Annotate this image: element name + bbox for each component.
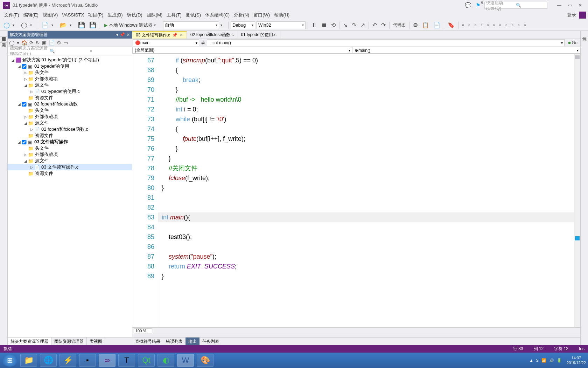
output-tab[interactable]: 错误列表 xyxy=(163,338,186,345)
preview-icon[interactable]: ▭ xyxy=(63,40,68,46)
output-tab[interactable]: 输出 xyxy=(186,338,200,345)
tool-btn-9[interactable]: ▫ xyxy=(491,21,496,29)
taskbar-chrome[interactable]: 🌐 xyxy=(40,354,57,367)
menu-item[interactable]: 团队(M) xyxy=(145,12,165,18)
panel-pin-icon[interactable]: 📌 xyxy=(120,32,125,37)
step-into-button[interactable]: ↘ xyxy=(342,21,349,29)
start-debug-button[interactable]: ▶ 本地 Windows 调试器 ▾ xyxy=(102,22,162,28)
pause-button[interactable]: ⏸ xyxy=(310,21,318,29)
tree-node[interactable]: 📁头文件 xyxy=(8,145,132,151)
config-combo[interactable]: Debug▾ xyxy=(231,21,255,29)
menu-item[interactable]: 生成(B) xyxy=(105,12,125,18)
tree-node[interactable]: ◢▣02 fopen和fclose函数 xyxy=(8,101,132,107)
side-tab-server-explorer[interactable]: 服务器资源管理器 xyxy=(0,31,7,37)
code-line[interactable]: } xyxy=(162,271,574,281)
menu-item[interactable]: 调试(D) xyxy=(125,12,145,18)
redo-button[interactable]: ↷ xyxy=(380,21,387,29)
output-tab[interactable]: 查找符号结果 xyxy=(132,338,163,345)
tool-btn-12[interactable]: ▫ xyxy=(510,21,515,29)
output-tab[interactable]: 任务列表 xyxy=(200,338,222,345)
clock[interactable]: 14:37 2019/12/22 xyxy=(567,355,586,365)
tab-class-view[interactable]: 类视图 xyxy=(87,338,105,345)
code-line[interactable]: { xyxy=(162,65,574,75)
go-button[interactable]: ●Go xyxy=(565,39,580,47)
tree-node[interactable]: ▷📄01 typedef的使用.c xyxy=(8,88,132,95)
tree-node[interactable]: ◢▣03 文件读写操作 xyxy=(8,139,132,145)
minimize-button[interactable]: — xyxy=(554,2,564,9)
code-line[interactable]: system("pause"); xyxy=(162,252,574,261)
tree-node[interactable]: 📁头文件 xyxy=(8,107,132,114)
tray-icon[interactable]: ▲ xyxy=(530,358,533,362)
pin-icon[interactable]: 📌 xyxy=(172,33,177,38)
side-tab-toolbox[interactable]: 工具箱 xyxy=(0,37,7,43)
tree-node[interactable]: ▷📁外部依赖项 xyxy=(8,76,132,82)
stop-button[interactable]: ⏹ xyxy=(320,21,328,29)
taskbar-sublime[interactable]: ▪ xyxy=(79,354,96,367)
tree-node[interactable]: 📁资源文件 xyxy=(8,132,132,139)
code-line[interactable] xyxy=(162,203,574,212)
code-line[interactable]: fclose(f_write); xyxy=(162,173,574,183)
menu-item[interactable]: 项目(P) xyxy=(86,12,105,18)
vertical-scrollbar[interactable] xyxy=(574,54,580,327)
code-line[interactable]: } xyxy=(162,183,574,193)
code-line[interactable] xyxy=(162,222,574,232)
taskbar-app2[interactable]: ◐ xyxy=(158,354,174,367)
close-button[interactable]: ✕ xyxy=(575,2,585,9)
quick-launch-input[interactable]: 快速启动 (Ctrl+Q) 🔍 xyxy=(484,2,547,9)
menu-item[interactable]: 分析(N) xyxy=(232,12,251,18)
bookmark-button[interactable]: 🔖 xyxy=(446,21,456,29)
tree-node[interactable]: ▷📁头文件 xyxy=(8,69,132,76)
taskbar-visualstudio[interactable]: ∞ xyxy=(99,354,115,367)
code-area[interactable]: if (strncmp(buf,":quit",5) == 0) { break… xyxy=(158,54,574,327)
tool-btn-3[interactable]: 📄 xyxy=(432,21,442,29)
tool-btn-14[interactable]: ▫ xyxy=(523,21,527,29)
tree-node[interactable]: ◢🟪解决方案'01 typedef的使用' (3 个项目) xyxy=(8,57,132,63)
save-button[interactable]: 💾 xyxy=(77,21,86,29)
new-project-button[interactable]: 📄 xyxy=(40,21,50,29)
taskbar-app3[interactable]: 🎨 xyxy=(197,354,214,367)
code-line[interactable] xyxy=(162,193,574,203)
menu-item[interactable]: 测试(S) xyxy=(184,12,203,18)
tree-node[interactable]: ▷📁外部依赖项 xyxy=(8,114,132,120)
member-combo[interactable]: ⚙ main()▾ xyxy=(352,47,580,54)
codemap-button[interactable]: 代码图 xyxy=(392,21,407,29)
step-over-button[interactable]: ↷ xyxy=(350,21,358,29)
tree-node[interactable]: ◢📁源文件 xyxy=(8,158,132,164)
scope-combo[interactable]: (全局范围)▾ xyxy=(132,47,352,54)
project-checkbox[interactable] xyxy=(22,102,27,107)
feedback-icon[interactable]: 💬 xyxy=(465,2,471,8)
tray-ime-icon[interactable]: S xyxy=(536,358,539,362)
taskbar-qt[interactable]: Qt xyxy=(138,354,155,367)
tool-btn-11[interactable]: ▫ xyxy=(504,21,509,29)
code-line[interactable]: { xyxy=(162,124,574,134)
tab-team-explorer[interactable]: 团队资源管理器 xyxy=(51,338,87,345)
menu-item[interactable]: 帮助(H) xyxy=(272,12,292,18)
maximize-button[interactable]: ▭ xyxy=(565,2,575,9)
save-all-button[interactable]: 💾 xyxy=(88,21,98,29)
code-editor[interactable]: 6768697071727374757677787980818283848586… xyxy=(132,54,580,327)
va-function-combo[interactable]: → int main()▾ xyxy=(207,39,565,46)
tray-volume-icon[interactable]: 🔊 xyxy=(549,358,554,363)
open-button[interactable]: 📂 xyxy=(58,21,68,29)
nav-back-button[interactable]: ◯ xyxy=(2,21,11,29)
panel-close-icon[interactable]: ✕ xyxy=(126,32,130,37)
menu-item[interactable]: 窗口(W) xyxy=(251,12,272,18)
undo-button[interactable]: ↶ xyxy=(371,21,378,29)
tool-btn-1[interactable]: ⚙ xyxy=(412,21,419,29)
tree-node[interactable]: ◢▣01 typedef的使用 xyxy=(8,63,132,69)
menu-item[interactable]: 工具(T) xyxy=(164,12,184,18)
system-tray[interactable]: ▲ S 📶 🔊 🔋 14:37 2019/12/22 xyxy=(530,355,586,365)
menu-item[interactable]: VASSISTX xyxy=(60,12,86,18)
menu-item[interactable]: 体系结构(C) xyxy=(203,12,232,18)
nav-forward-button[interactable]: ◯ xyxy=(20,21,29,29)
project-checkbox[interactable] xyxy=(22,140,27,144)
zoom-combo[interactable]: 100 % xyxy=(134,328,152,333)
nav-back-dropdown[interactable]: ▾ xyxy=(13,23,18,27)
side-tab-properties[interactable]: 属性 xyxy=(581,31,588,36)
tree-node[interactable]: ▷📄02 fopen和fclose函数.c xyxy=(8,126,132,132)
tree-node[interactable]: ◢📁源文件 xyxy=(8,82,132,88)
tree-node[interactable]: 📁资源文件 xyxy=(8,95,132,101)
code-line[interactable] xyxy=(162,242,574,252)
home-icon[interactable]: 🏠 xyxy=(21,40,27,46)
refresh-icon[interactable]: ↻ xyxy=(36,40,40,46)
